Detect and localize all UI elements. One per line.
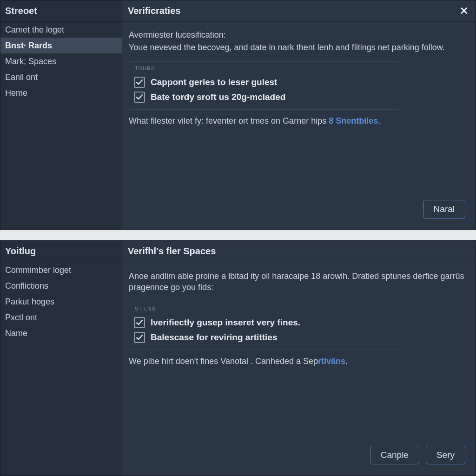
sidebar-title: Streoet [0,0,122,22]
sery-button[interactable]: Sery [426,446,465,464]
naral-button[interactable]: Naral [423,200,465,218]
option-label: Bate tordy sroft us 20g-mcladed [151,92,285,102]
sidebar-item-label: Parkut hoges [5,297,54,307]
checkbox-balescase[interactable] [134,332,145,343]
option-row: Iverifiectły gusep inseret very fines. [134,315,394,330]
hint-link[interactable]: rtiväns [318,357,345,366]
hint-text: What filester vilet fy: feventer ort tme… [129,116,469,126]
main-body: Anoe andlim able proine a lbitad ity oil… [122,262,476,476]
hint-prefix: We pibe hirt doen't fines Vanotal . Canh… [129,357,318,366]
sidebar-item-name[interactable]: Name [0,325,122,341]
option-row: Bate tordy sroft us 20g-mcladed [134,90,394,105]
sidebar-item-label: Eanil ont [5,73,38,82]
sidebar-item-conflictions[interactable]: Conflictions [0,278,122,294]
close-icon[interactable]: ✕ [458,4,470,18]
hint-link[interactable]: 8 Snentbiles [329,116,378,126]
main-top: Verificraties ✕ Avermiester lucesificati… [122,0,476,230]
sidebar-item-heme[interactable]: Heme [0,85,122,101]
sidebar-title: Yoitlug [0,241,122,262]
sidebar-item-parkut[interactable]: Parkut hoges [0,294,122,310]
options-caption: Stilns [134,306,394,311]
option-row: Cappont geries to leser gulest [134,75,394,90]
sidebar-item-label: Pxctl ont [5,313,37,323]
sidebar-item-label: Camet the loget [5,25,64,35]
page-title: Verificraties [128,6,180,16]
main-header: Verifhl's fler Spaces [122,241,476,262]
checkbox-cappont[interactable] [134,77,145,88]
sidebar-item-label: Bnst· Rards [5,41,52,51]
panel-divider [0,230,476,240]
sidebar-bottom: Yoitlug Commimber loget Conflictions Par… [0,241,122,476]
sidebar-item-label: Heme [5,88,27,98]
page-title: Verifhl's fler Spaces [128,246,216,257]
checkmark-icon [136,319,143,326]
sidebar-item-label: Commimber loget [5,265,71,275]
checkmark-icon [136,334,143,341]
sidebar-item-camet[interactable]: Camet the loget [0,22,122,38]
sidebar-item-pxctl[interactable]: Pxctl ont [0,310,122,325]
option-row: Balescase for reviring artitties [134,330,394,345]
sidebar-top: Streoet Camet the loget Bnst· Rards Mark… [0,0,122,230]
sidebar-item-bnst-rards[interactable]: Bnst· Rards [0,38,122,53]
checkbox-bate[interactable] [134,92,145,103]
option-label: Cappont geries to leser gulest [151,77,277,87]
main-header: Verificraties ✕ [122,0,476,22]
sidebar-item-commimber[interactable]: Commimber loget [0,262,122,278]
option-label: Iverifiectły gusep inseret very fines. [151,317,300,328]
options-group: Stilns Iverifiectły gusep inseret very f… [129,302,399,350]
hint-prefix: What filester vilet fy: feventer ort tme… [129,116,329,126]
bottom-panel: Yoitlug Commimber loget Conflictions Par… [0,240,476,476]
sidebar-item-label: Name [5,329,27,338]
sidebar-item-mark-spaces[interactable]: Mark; Spaces [0,53,122,69]
main-bottom: Verifhl's fler Spaces Anoe andlim able p… [122,241,476,476]
cancel-button[interactable]: Canple [370,446,419,464]
sidebar-item-label: Conflictions [5,281,48,291]
footer-actions: Canple Sery [129,441,469,471]
checkbox-iverifiectly[interactable] [134,317,145,328]
sidebar-item-label: Mark; Spaces [5,57,56,66]
intro-body: Anoe andlim able proine a lbitad ity oil… [129,271,469,293]
checkmark-icon [136,79,143,86]
hint-suffix: . [378,116,380,126]
option-label: Balescase for reviring artitties [151,332,277,343]
footer-actions: Naral [129,195,469,225]
intro-body: Youe neveved the becoveg, and date in na… [129,42,469,53]
sidebar-item-eanil-ont[interactable]: Eanil ont [0,69,122,85]
checkmark-icon [136,93,143,101]
hint-text: We pibe hirt doen't fines Vanotal . Canh… [129,357,469,366]
top-panel: Streoet Camet the loget Bnst· Rards Mark… [0,0,476,230]
intro-heading: Avermiester lucesification: [129,30,469,40]
hint-suffix: . [345,357,348,366]
options-caption: Tours [134,66,394,71]
main-body: Avermiester lucesification: Youe neveved… [122,22,476,230]
options-group: Tours Cappont geries to leser gulest Bat… [129,61,399,110]
